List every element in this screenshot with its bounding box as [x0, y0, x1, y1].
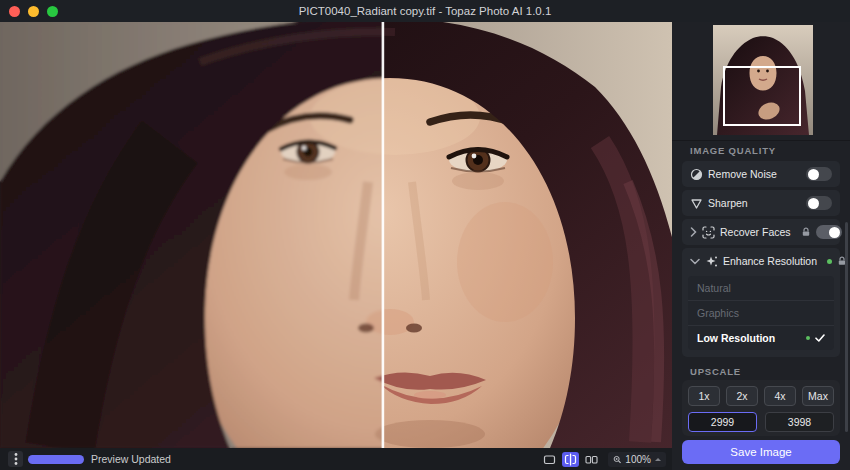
- filter-label: Enhance Resolution: [723, 255, 817, 267]
- mode-option-natural[interactable]: Natural: [688, 276, 834, 300]
- scale-max-button[interactable]: Max: [802, 386, 834, 406]
- kebab-menu-icon: [14, 452, 18, 466]
- upscale-card: 1x 2x 4x Max: [682, 380, 840, 436]
- close-window-button[interactable]: [9, 6, 20, 17]
- window-controls: [0, 0, 58, 22]
- caret-up-icon: [655, 457, 661, 462]
- filter-label: Recover Faces: [720, 226, 791, 238]
- scale-2x-button[interactable]: 2x: [726, 386, 758, 406]
- minimize-window-button[interactable]: [28, 6, 39, 17]
- split-compare-line[interactable]: [382, 22, 385, 448]
- mode-label: Low Resolution: [697, 332, 775, 344]
- title-bar: PICT0040_Radiant copy.tif - Topaz Photo …: [0, 0, 850, 22]
- zoom-window-button[interactable]: [47, 6, 58, 17]
- mode-option-low-resolution[interactable]: Low Resolution: [688, 325, 834, 350]
- sidebar-divider: [672, 140, 850, 141]
- zoom-in-icon: [613, 454, 621, 465]
- scale-factor-buttons: 1x 2x 4x Max: [688, 386, 834, 406]
- preview-progress-bar: [28, 455, 84, 464]
- lock-icon[interactable]: [801, 227, 811, 237]
- filter-row-recover-faces[interactable]: Recover Faces: [682, 219, 840, 245]
- split-view-icon: [564, 453, 577, 466]
- single-view-icon: [543, 453, 556, 466]
- status-menu-button[interactable]: [8, 451, 23, 467]
- sharpen-toggle[interactable]: [806, 196, 832, 210]
- mode-option-graphics[interactable]: Graphics: [688, 300, 834, 325]
- image-preview-canvas[interactable]: [0, 22, 672, 448]
- scale-1x-button[interactable]: 1x: [688, 386, 720, 406]
- zoom-level-value: 100%: [625, 454, 651, 465]
- split-view-button[interactable]: [562, 452, 579, 467]
- enhance-mode-list: Natural Graphics Low Resolution: [688, 276, 834, 350]
- zoom-control[interactable]: 100%: [608, 452, 666, 467]
- recover-faces-toggle[interactable]: [816, 225, 842, 239]
- mode-label: Graphics: [697, 307, 739, 319]
- filter-card-enhance-resolution: Enhance Resolution Natural Graphics Low …: [682, 248, 840, 357]
- view-mode-buttons: [541, 452, 600, 467]
- navigator-thumbnail[interactable]: [713, 25, 813, 135]
- filter-row-enhance-resolution[interactable]: Enhance Resolution: [682, 248, 840, 274]
- active-indicator-dot: [806, 336, 810, 340]
- window-title: PICT0040_Radiant copy.tif - Topaz Photo …: [0, 5, 850, 17]
- sidebar-scrollbar[interactable]: [845, 222, 848, 432]
- settings-sidebar: IMAGE QUALITY Remove Noise Sharpen Reco: [672, 22, 850, 470]
- active-indicator-dot: [827, 259, 832, 264]
- image-quality-header: IMAGE QUALITY: [690, 145, 776, 156]
- mode-label: Natural: [697, 282, 731, 294]
- scale-4x-button[interactable]: 4x: [764, 386, 796, 406]
- save-image-button[interactable]: Save Image: [682, 440, 840, 464]
- portrait-preview: [0, 22, 672, 448]
- single-view-button[interactable]: [541, 452, 558, 467]
- chevron-down-icon[interactable]: [690, 258, 700, 265]
- filter-row-remove-noise[interactable]: Remove Noise: [682, 161, 840, 187]
- width-input[interactable]: [688, 412, 757, 432]
- height-input[interactable]: [765, 412, 834, 432]
- enhance-resolution-icon: [705, 255, 718, 268]
- filter-label: Sharpen: [708, 197, 748, 209]
- status-bar: Preview Updated 100%: [0, 448, 672, 470]
- filter-row-sharpen[interactable]: Sharpen: [682, 190, 840, 216]
- sharpen-icon: [690, 197, 703, 210]
- dimension-inputs: [688, 412, 834, 432]
- recover-faces-icon: [702, 226, 715, 239]
- upscale-header: UPSCALE: [690, 366, 741, 377]
- side-by-side-view-button[interactable]: [583, 452, 600, 467]
- remove-noise-toggle[interactable]: [806, 167, 832, 181]
- status-text: Preview Updated: [91, 453, 171, 465]
- remove-noise-icon: [690, 168, 703, 181]
- chevron-right-icon[interactable]: [690, 227, 697, 237]
- checkmark-icon: [815, 334, 825, 342]
- filter-label: Remove Noise: [708, 168, 777, 180]
- side-by-side-view-icon: [585, 453, 598, 466]
